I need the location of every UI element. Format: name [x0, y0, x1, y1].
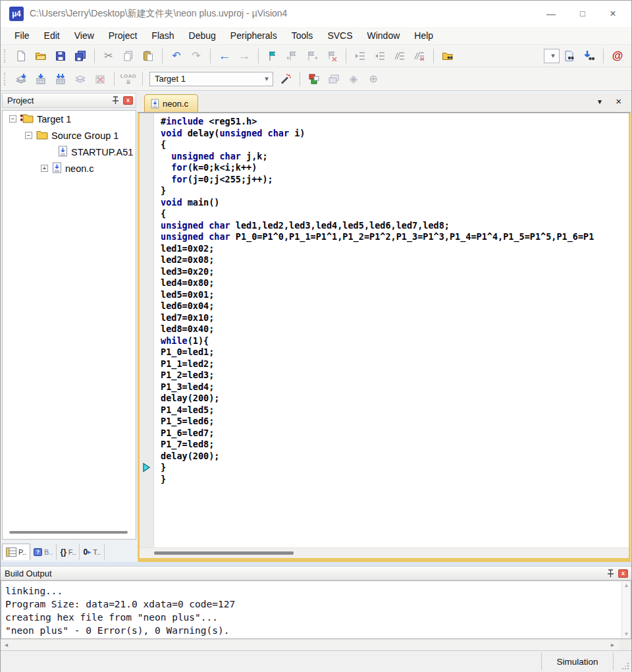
pin-button[interactable]	[110, 96, 120, 105]
code-line: led8=0x40;	[161, 323, 629, 335]
tab-list-menu-button[interactable]: ▼	[596, 98, 603, 105]
editor-hscrollbar[interactable]	[140, 547, 629, 558]
copy-button[interactable]	[118, 47, 138, 65]
outdent-button[interactable]	[370, 47, 390, 65]
code-line: led6=0x04;	[161, 300, 629, 312]
chevron-down-icon: ▾	[261, 74, 273, 83]
tab-functions[interactable]: {} F..	[57, 544, 80, 560]
rebuild-button[interactable]	[51, 70, 70, 88]
menu-debug[interactable]: Debug	[182, 30, 223, 41]
find-in-document-icon	[564, 50, 575, 62]
target-select[interactable]: Target 1▾	[149, 72, 273, 86]
stop-build-button[interactable]	[90, 70, 110, 88]
menu-tools[interactable]: Tools	[284, 30, 321, 41]
build-output-hscrollbar[interactable]: ◂ ▸	[1, 639, 631, 650]
tree-node-source-group[interactable]: − Source Group 1	[3, 127, 136, 144]
scroll-down-icon[interactable]: ▼	[622, 631, 631, 637]
menu-peripherals[interactable]: Peripherals	[223, 30, 284, 41]
templates-tab-icon: 0▸	[83, 547, 91, 557]
tree-node-target[interactable]: − Target 1	[3, 111, 136, 127]
toolbar-separator	[142, 72, 143, 86]
options-for-target-button[interactable]	[276, 70, 296, 88]
code-viewport[interactable]: #include <reg51.h>void delay(unsigned ch…	[140, 113, 629, 547]
multiple-windows-button[interactable]	[324, 70, 344, 88]
manage-components-button[interactable]	[304, 70, 324, 88]
tree-node-startup[interactable]: STARTUP.A51	[3, 144, 136, 160]
project-tree-hscroll-thumb[interactable]	[9, 531, 128, 534]
uncomment-button[interactable]	[409, 47, 429, 65]
build-output-text[interactable]: linking...Program Size: data=21.0 xdata=…	[1, 580, 631, 639]
target-environment-button[interactable]: ⊕	[363, 70, 383, 88]
redo-button[interactable]: ↷	[186, 47, 206, 65]
menu-help[interactable]: Help	[407, 30, 440, 41]
build-output-vscrollbar[interactable]: ▲ ▼	[621, 581, 631, 638]
toolbar-grip[interactable]	[4, 72, 7, 86]
prev-bookmark-button[interactable]	[282, 47, 302, 65]
scroll-right-icon[interactable]: ▸	[607, 640, 618, 650]
translate-button[interactable]	[11, 70, 31, 88]
code-line: void main()	[161, 197, 629, 209]
save-all-button[interactable]	[70, 47, 90, 65]
clear-bookmarks-button[interactable]	[322, 47, 342, 65]
code-line: P1_7=led8;	[161, 439, 629, 451]
menu-window[interactable]: Window	[360, 30, 408, 41]
pin-icon	[607, 569, 614, 578]
navigate-back-button[interactable]: ←	[215, 47, 234, 65]
comment-button[interactable]	[390, 47, 409, 65]
find-in-document-button[interactable]	[560, 47, 579, 65]
undo-button[interactable]: ↶	[167, 47, 186, 65]
tab-templates[interactable]: 0▸ T..	[80, 544, 104, 560]
tree-node-neonc[interactable]: + neon.c	[3, 160, 136, 177]
resize-grip-icon[interactable]	[621, 661, 630, 671]
menu-svcs[interactable]: SVCS	[320, 30, 359, 41]
collapse-expander-icon[interactable]: −	[25, 132, 32, 139]
scroll-up-icon[interactable]: ▲	[622, 582, 631, 588]
group-folder-icon	[36, 130, 48, 142]
menu-edit[interactable]: Edit	[37, 30, 67, 41]
minimize-button[interactable]: —	[536, 1, 566, 27]
tab-project[interactable]: P..	[2, 544, 30, 560]
menu-project[interactable]: Project	[101, 30, 145, 41]
download-button[interactable]: LOAD⇊	[118, 70, 138, 88]
collapse-expander-icon[interactable]: −	[9, 115, 16, 123]
toggle-bookmark-button[interactable]	[263, 47, 282, 65]
code-lines[interactable]: #include <reg51.h>void delay(unsigned ch…	[155, 113, 629, 547]
save-button[interactable]	[51, 47, 70, 65]
editor-tab-neonc[interactable]: neon.c	[144, 94, 198, 112]
toolbar-grip[interactable]	[4, 49, 7, 63]
new-file-button[interactable]	[11, 47, 31, 65]
tab-label: F..	[68, 548, 76, 556]
search-help-button[interactable]: @	[608, 47, 627, 65]
cut-button[interactable]: ✂	[99, 47, 118, 65]
search-combobox[interactable]: ▾	[544, 49, 560, 63]
editor-hscroll-thumb[interactable]	[154, 551, 294, 555]
open-file-button[interactable]	[31, 47, 51, 65]
pin-button[interactable]	[605, 569, 616, 578]
build-button[interactable]	[31, 70, 51, 88]
menu-view[interactable]: View	[67, 30, 101, 41]
title-bar: µ4 C:\Users\Jerry\Desktop\新建文件夹\neon plu…	[1, 1, 631, 27]
find-in-files-button[interactable]	[438, 47, 458, 65]
project-panel: Project x − Target 1 − Source Group 1 ST…	[2, 93, 136, 561]
close-button[interactable]: ×	[598, 1, 628, 27]
project-panel-close-button[interactable]: x	[123, 96, 133, 105]
indent-button[interactable]	[350, 47, 370, 65]
menu-file[interactable]: File	[7, 30, 37, 41]
incremental-find-button[interactable]	[579, 47, 599, 65]
tab-books[interactable]: ? B..	[30, 544, 57, 560]
redo-icon: ↷	[192, 51, 200, 61]
simulation-view-button[interactable]: ◈	[344, 70, 363, 88]
maximize-button[interactable]: □	[567, 1, 598, 27]
expand-expander-icon[interactable]: +	[41, 165, 48, 172]
navigate-forward-button[interactable]: →	[234, 47, 254, 65]
batch-build-button[interactable]	[70, 70, 90, 88]
editor-close-button[interactable]: ×	[616, 96, 621, 107]
scroll-left-icon[interactable]: ◂	[1, 640, 12, 650]
menu-flash[interactable]: Flash	[144, 30, 181, 41]
find-in-files-icon	[442, 50, 454, 62]
source-file-icon	[52, 162, 62, 175]
paste-button[interactable]	[138, 47, 158, 65]
new-file-icon	[15, 50, 27, 62]
next-bookmark-button[interactable]	[302, 47, 322, 65]
build-output-close-button[interactable]: x	[618, 569, 628, 578]
